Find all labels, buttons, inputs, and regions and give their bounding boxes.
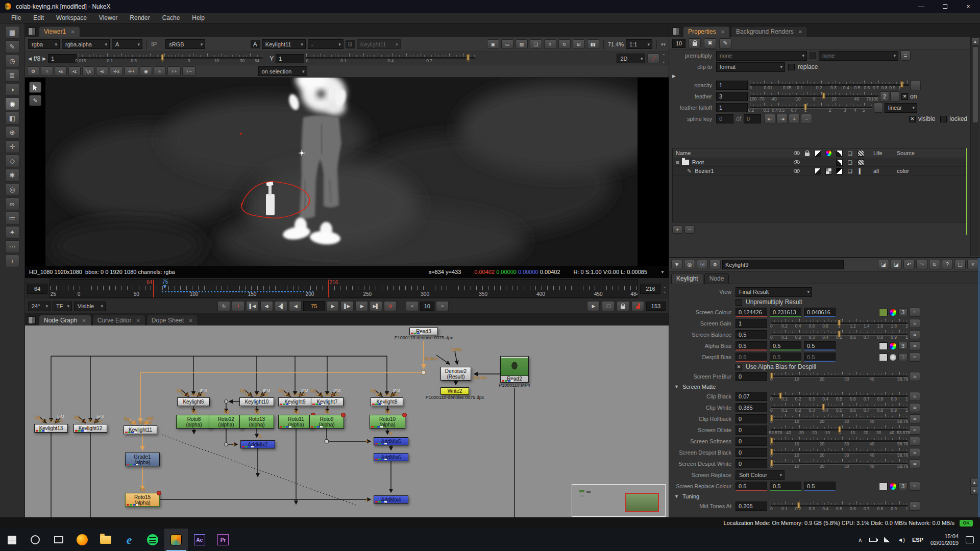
start-button[interactable] — [0, 529, 23, 551]
screen-despot-black-input[interactable]: 0 — [736, 448, 767, 457]
components-button[interactable]: 3 — [898, 308, 908, 316]
overlay-icon[interactable]: ❏ — [530, 39, 542, 49]
pane-menu-icon[interactable] — [28, 28, 36, 35]
on-selection-dropdown[interactable]: on selection▾ — [258, 66, 307, 76]
menu-file[interactable]: File — [5, 13, 27, 23]
dag-minimap[interactable] — [572, 484, 666, 517]
visible-checkbox[interactable]: ✕ — [909, 116, 916, 122]
time-node-icon[interactable]: ◷ — [5, 55, 19, 67]
components-button[interactable]: 3 — [898, 482, 908, 490]
screen-replace-dropdown[interactable]: Soft Colour▾ — [736, 470, 785, 480]
equals-button[interactable]: = — [900, 51, 911, 61]
firefox-taskbar-icon[interactable] — [70, 529, 94, 551]
clear-panels-button[interactable]: ✖ — [704, 38, 716, 48]
undo-icon[interactable]: ↶ — [903, 260, 915, 269]
keyer-node-icon[interactable]: ◧ — [5, 112, 19, 124]
clock[interactable]: 15:0402/01/2019 — [930, 533, 959, 546]
timeline-mode-button[interactable]: ▟ — [631, 301, 644, 311]
curve-button[interactable]: ≈ — [909, 353, 920, 362]
volume-icon[interactable]: ◄) — [897, 537, 905, 543]
roto-key-remove-icon[interactable]: ♀− — [182, 66, 195, 76]
tray-expand-icon[interactable]: ∧ — [858, 537, 862, 543]
next-key-button[interactable]: ⇥ — [776, 114, 788, 124]
curve-button[interactable]: ≈ — [909, 502, 920, 511]
max-panels-input[interactable]: 10 — [672, 39, 685, 48]
next-keyframe-button[interactable]: ·▶ — [355, 301, 368, 311]
action-center-icon[interactable] — [966, 536, 974, 543]
other-node-icon[interactable]: ⋯ — [5, 240, 19, 253]
section-collapse-icon[interactable]: ▼ — [674, 384, 679, 389]
replace-colour-g[interactable]: 0.5 — [770, 482, 801, 491]
locked-checkbox[interactable] — [940, 116, 947, 122]
task-view-button[interactable] — [47, 529, 70, 551]
gain-slider[interactable]: 0.0150.10.313103064 — [79, 54, 262, 63]
roi-icon[interactable]: ⊡ — [573, 39, 585, 49]
minimize-button[interactable]: — — [910, 0, 933, 13]
monitor-icon[interactable]: ⊡ — [697, 260, 708, 269]
colour-wheel-icon[interactable] — [889, 342, 897, 350]
roto-ripple-icon[interactable]: ≈ — [154, 66, 166, 76]
playhead[interactable]: 75▼ — [162, 280, 168, 289]
screen-preblur-slider[interactable]: 01020304058.76 — [771, 372, 908, 382]
layer-dropdown[interactable]: rgba.alpha▾ — [62, 39, 110, 49]
pane-menu-icon[interactable] — [28, 316, 36, 324]
clip-black-slider[interactable]: 00.10.20.30.40.50.60.70.80.91 — [771, 392, 908, 402]
node-keylight7[interactable]: Keylight7 — [311, 397, 344, 406]
roto-label-a-icon[interactable]: ▪a — [55, 66, 67, 76]
curve-button[interactable]: ≈ — [909, 372, 920, 381]
curve-button[interactable]: ≈ — [909, 414, 920, 423]
fieldchart-icon[interactable]: ≡ — [544, 39, 556, 49]
ab-buffer-dropdown[interactable]: A▾ — [112, 39, 142, 49]
node-denoise2[interactable]: Denoise2(Result) — [440, 367, 471, 381]
goto-start-button[interactable]: ▌◀ — [246, 301, 259, 311]
premultiply-dropdown[interactable]: none▾ — [716, 51, 807, 61]
feather-falloff-slider[interactable]: 0.20.30.40.50.712345 — [750, 103, 872, 113]
close-panel-icon[interactable]: × — [967, 260, 978, 269]
tab-node[interactable]: Node — [704, 273, 729, 284]
expander-icon[interactable]: ▶ — [669, 73, 676, 79]
close-icon[interactable]: ✕ — [721, 29, 725, 35]
gamma-input[interactable]: 1 — [276, 54, 304, 63]
views-node-icon[interactable]: ∞ — [5, 197, 19, 210]
roto-point-delete-icon[interactable]: ▪x — [96, 66, 108, 76]
slider-handle[interactable] — [900, 81, 903, 88]
draw-node-icon[interactable]: ✎ — [5, 40, 19, 53]
menu-workspace[interactable]: Workspace — [50, 13, 93, 23]
curve-button[interactable]: ≈ — [909, 319, 920, 328]
viewer-canvas[interactable]: ✎ — [25, 78, 669, 266]
screen-balance-slider[interactable]: 00.10.20.30.40.50.60.70.80.91 — [771, 330, 908, 340]
slider-handle[interactable] — [822, 404, 825, 410]
node-keylight11[interactable]: Keylight11 — [124, 425, 157, 434]
close-icon[interactable]: ✕ — [82, 318, 86, 323]
slider-handle[interactable] — [467, 54, 470, 61]
table-row-root[interactable]: ⊟Root ❏ — [673, 158, 966, 167]
channels-dropdown[interactable]: rgba▾ — [28, 39, 60, 49]
opacity-input[interactable]: 1 — [716, 81, 748, 90]
revert-icon[interactable]: ↻ — [929, 260, 940, 269]
panel-collapse-icon[interactable]: ▼ — [671, 260, 682, 269]
node-name-input[interactable]: Keylight9 — [722, 260, 844, 269]
tab-background-renders[interactable]: Background Renders✕ — [731, 26, 807, 37]
particles-node-icon[interactable]: ✱ — [5, 169, 19, 182]
expand-icon[interactable]: ⌃⌄ — [662, 54, 666, 64]
node-roto10[interactable]: Roto10(alpha) — [370, 415, 405, 429]
gamma-slider[interactable]: 00.10.40.71 — [306, 54, 475, 63]
node-roto9[interactable]: Roto9(alpha) — [309, 415, 344, 429]
curve-button[interactable]: ≈ — [909, 448, 920, 457]
despill-bias-r[interactable]: 0.5 — [736, 353, 767, 362]
roto-transform-icon[interactable]: ✛x — [110, 66, 123, 76]
node-keylight9[interactable]: Keylight9 — [278, 397, 312, 406]
timeline-ruler[interactable]: -250501001502002503003504004504846421675… — [50, 279, 638, 298]
roto-label-1-icon[interactable]: ▪1 — [68, 66, 81, 76]
opacity-slider[interactable]: 00.010.050.10.20.30.40.50.60.70.80.91 — [750, 81, 909, 90]
close-icon[interactable]: ✕ — [798, 29, 802, 35]
replace-colour-r[interactable]: 0.5 — [736, 482, 767, 491]
screen-colour-b[interactable]: 0.048616 — [804, 308, 836, 317]
help-icon[interactable]: ? — [942, 260, 953, 269]
feather-input[interactable]: 3 — [716, 92, 748, 101]
clip-rollback-input[interactable]: 0 — [736, 414, 767, 423]
help-node-icon[interactable]: i — [5, 255, 19, 267]
curve-button[interactable]: ≈ — [909, 459, 920, 468]
lock-range-button[interactable] — [617, 301, 629, 311]
spotify-taskbar-icon[interactable] — [141, 529, 164, 551]
